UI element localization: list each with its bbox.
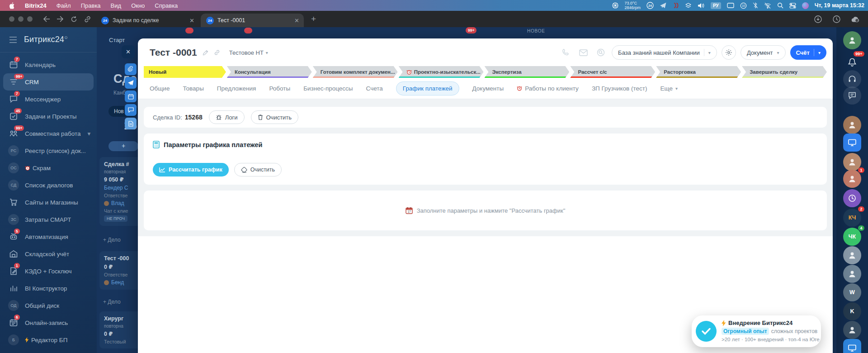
user-w[interactable]: W	[843, 283, 861, 301]
promo-notification[interactable]: Внедрение Битрикс24 Огромный опытсложных…	[692, 315, 821, 347]
email-icon[interactable]	[579, 49, 588, 56]
profile-sync-icon[interactable]	[851, 16, 860, 23]
slider-close-button[interactable]: ✕	[122, 45, 135, 58]
user-k[interactable]: K	[843, 302, 861, 320]
sidebar-item-складской-уч-т[interactable]: Складской учёт	[0, 245, 97, 262]
sidebar-item-автоматизация[interactable]: 5Автоматизация	[0, 228, 97, 245]
menubar-menu[interactable]: Правка	[81, 2, 101, 9]
chat-kch[interactable]: КЧ2	[843, 209, 861, 227]
menu-toggle-icon[interactable]	[9, 37, 17, 43]
user-avatar[interactable]: 1	[843, 170, 861, 188]
tab-работы-по-клиенту[interactable]: Работы по клиенту	[517, 85, 579, 92]
stage-новый[interactable]: Новый	[144, 66, 226, 78]
menubar-menu[interactable]: Вид	[111, 2, 122, 9]
stage-завершить-сделку[interactable]: Завершить сделку	[742, 66, 827, 78]
app-shortcut[interactable]	[843, 339, 861, 353]
stack-tray-icon[interactable]	[685, 2, 692, 9]
browser-reload-button[interactable]	[67, 16, 80, 23]
user-avatar[interactable]	[843, 116, 861, 134]
user-avatar[interactable]	[843, 321, 861, 339]
user-avatar[interactable]	[843, 246, 861, 264]
stage-проектно-изыскательск-[interactable]: Проектно-изыскательск...	[399, 66, 484, 78]
chat-chk[interactable]: ЧК4	[843, 228, 861, 246]
profile-avatar[interactable]	[843, 31, 861, 49]
chat-action-button[interactable]	[125, 104, 137, 116]
tab-общие[interactable]: Общие	[150, 85, 170, 92]
apple-logo-icon[interactable]	[9, 2, 15, 9]
knowledge-base-select[interactable]: База знаний нашей Компании▾	[612, 45, 717, 60]
add-deal-button[interactable]: +	[108, 141, 138, 151]
volume-icon[interactable]	[698, 3, 705, 9]
open-chat-icon[interactable]	[597, 48, 605, 57]
battery-percent-icon[interactable]: 10	[740, 2, 747, 9]
calculate-schedule-button[interactable]: Рассчитать график	[153, 163, 229, 176]
close-tab-icon[interactable]: ✕	[294, 17, 299, 24]
clear-logs-button[interactable]: Очистить	[251, 110, 299, 124]
download-icon[interactable]	[814, 15, 822, 23]
stage-рассчет-с-с[interactable]: Рассчет с/с	[570, 66, 655, 78]
menubar-menu[interactable]: Справка	[155, 2, 178, 9]
tab-еще[interactable]: Еще▾	[660, 85, 678, 92]
sidebar-item-задачи-и-проекты[interactable]: 45Задачи и Проекты	[0, 108, 97, 125]
sidebar-item-календарь[interactable]: 7Календарь	[0, 56, 97, 73]
browser-tab[interactable]: 24Задачи по сделке✕	[96, 14, 199, 27]
add-activity-link[interactable]: + Дело	[103, 237, 121, 243]
support[interactable]	[843, 70, 861, 88]
tab-документы[interactable]: Документы	[472, 85, 504, 92]
tab-счета[interactable]: Счета	[366, 85, 383, 92]
bitrix-tray-icon[interactable]: 24	[646, 2, 654, 9]
tab-предложения[interactable]: Предложения	[217, 85, 256, 92]
brand-logo[interactable]: Битрикс24⊙	[24, 35, 68, 44]
call-icon[interactable]	[562, 48, 570, 57]
tab-роботы[interactable]: Роботы	[269, 85, 290, 92]
time-tracker[interactable]	[843, 189, 861, 207]
attach-action-button[interactable]	[125, 63, 137, 75]
browser-forward-button[interactable]	[53, 16, 67, 22]
send-action-button[interactable]	[125, 77, 137, 89]
sidebar-item-crm[interactable]: 99+CRM	[3, 73, 94, 91]
tab-бизнес-процессы[interactable]: Бизнес-процессы	[303, 85, 353, 92]
window-controls[interactable]	[0, 16, 40, 22]
menubar-menu[interactable]: Файл	[57, 2, 71, 9]
menubar-menu[interactable]: Окно	[131, 2, 145, 9]
document-button[interactable]: Документ▾	[741, 45, 786, 60]
bluetooth-off-icon[interactable]	[753, 2, 758, 9]
sidebar-item-сайты-и-магазины[interactable]: Сайты и Магазины	[0, 194, 97, 211]
add-activity-link[interactable]: + Дело	[103, 299, 121, 305]
clear-form-button[interactable]: Очистить	[234, 163, 282, 176]
deal-client-link[interactable]: Тестовое НТ▾	[229, 49, 268, 56]
sidebar-item-реестр-список-док-[interactable]: РСРеестр (список) док...	[0, 142, 97, 159]
red-app-tray-icon[interactable]	[673, 2, 679, 9]
start-stage-label[interactable]: Старт	[109, 37, 125, 43]
calendar-action-button[interactable]	[125, 91, 137, 102]
doc-action-button[interactable]	[125, 118, 137, 129]
notifications-bell[interactable]: 99+	[843, 53, 861, 72]
wifi-off-icon[interactable]	[764, 3, 771, 9]
siri-icon[interactable]	[802, 2, 809, 9]
sidebar-item-редактор-бп[interactable]: БРедактор БП	[0, 331, 97, 348]
browser-back-button[interactable]	[40, 16, 53, 22]
sidebar-item-онлайн-запись[interactable]: 6Онлайн-запись	[0, 314, 97, 331]
invoice-button[interactable]: Счёт▾	[790, 45, 826, 60]
logs-button[interactable]: Логи	[209, 110, 245, 124]
history-icon[interactable]	[833, 15, 840, 23]
sidebar-item-затраты-смарт[interactable]: ЗСЗатраты СМАРТ	[0, 211, 97, 228]
copy-link-icon[interactable]	[214, 49, 220, 56]
tab-товары[interactable]: Товары	[183, 85, 203, 92]
edit-title-icon[interactable]	[203, 50, 208, 56]
link-icon[interactable]	[80, 16, 94, 23]
tab-зп-грузчиков-тест-[interactable]: ЗП Грузчиков (тест)	[592, 85, 647, 92]
control-center-icon[interactable]	[789, 2, 796, 9]
browser-tab[interactable]: 24Тест -0001✕	[201, 14, 304, 27]
stage-консультация[interactable]: Консультация	[227, 66, 312, 78]
sidebar-item-общий-диск[interactable]: ОДОбщий диск	[0, 297, 97, 314]
sidebar-item-мессенджер[interactable]: 7Мессенджер	[0, 91, 97, 108]
stage-экспертиза[interactable]: Экспертиза	[485, 66, 570, 78]
telegram-tray-icon[interactable]	[660, 2, 667, 9]
screen-share[interactable]	[843, 134, 861, 152]
spotlight-search-icon[interactable]	[777, 2, 783, 9]
feedback-chat[interactable]	[843, 86, 861, 105]
stage-готовим-комплект-докумен-[interactable]: Готовим комплект докумен...	[313, 66, 398, 78]
menubar-app-name[interactable]: Bitrix24	[25, 2, 47, 9]
display-icon[interactable]	[727, 3, 734, 8]
